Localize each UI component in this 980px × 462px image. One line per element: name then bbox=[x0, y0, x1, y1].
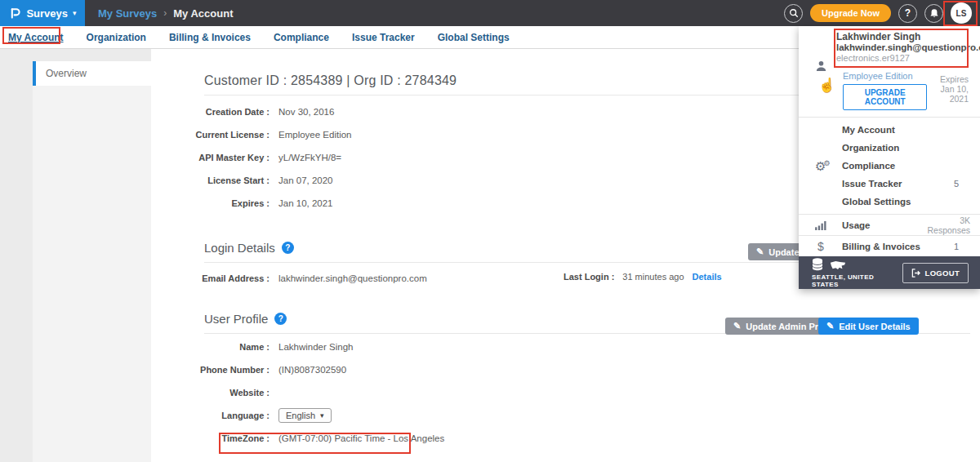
location-label: SEATTLE, UNITED STATES bbox=[812, 273, 902, 288]
avatar-initials: LS bbox=[956, 9, 967, 18]
upgrade-account-button[interactable]: UPGRADE ACCOUNT bbox=[843, 84, 927, 110]
field-value: Nov 30, 2016 bbox=[278, 107, 334, 117]
field-value: (GMT-07:00) Pacific Time - Los Angeles bbox=[278, 433, 444, 443]
notifications-button[interactable] bbox=[924, 4, 943, 23]
menu-item-organization[interactable]: Organization bbox=[799, 139, 980, 157]
us-map-icon bbox=[830, 260, 846, 271]
database-icon bbox=[812, 258, 823, 271]
edit-icon: ✎ bbox=[826, 321, 834, 331]
tab-organization[interactable]: Organization bbox=[75, 26, 158, 48]
field-label: Phone Number : bbox=[188, 365, 270, 375]
tab-issue-tracker[interactable]: Issue Tracker bbox=[341, 26, 426, 48]
field-label: Current License : bbox=[188, 130, 270, 140]
navbar-actions: Upgrade Now ? LS bbox=[784, 2, 972, 24]
bell-icon bbox=[929, 8, 939, 19]
profile-fields: Name : Lakhwinder Singh Phone Number : (… bbox=[204, 335, 980, 450]
dropdown-user-username: electronics.er9127 bbox=[836, 53, 969, 64]
tab-label: Organization bbox=[87, 32, 146, 43]
tab-my-account[interactable]: My Account bbox=[8, 26, 75, 48]
tab-label: Global Settings bbox=[438, 32, 510, 43]
dropdown-menu: ⚙⚙ My Account Organization Compliance Is… bbox=[799, 118, 980, 214]
chevron-down-icon: ▾ bbox=[73, 9, 77, 17]
logout-button[interactable]: LOGOUT bbox=[902, 263, 969, 283]
cursor-hand-icon: ☝ bbox=[818, 77, 835, 94]
help-button[interactable]: ? bbox=[898, 4, 917, 23]
last-login-value: 31 minutes ago bbox=[622, 272, 684, 282]
field-label: Creation Date : bbox=[188, 107, 270, 117]
details-link[interactable]: Details bbox=[693, 272, 722, 282]
upgrade-now-button[interactable]: Upgrade Now bbox=[810, 4, 891, 22]
menu-item-label: Organization bbox=[842, 143, 899, 153]
tab-billing-invoices[interactable]: Billing & Invoices bbox=[158, 26, 262, 48]
billing-badge: 1 bbox=[954, 242, 959, 251]
edit-icon: ✎ bbox=[756, 247, 764, 257]
field-value: (IN)8087302590 bbox=[278, 365, 346, 375]
sidebar-item-label: Overview bbox=[46, 68, 87, 79]
section-title: User Profile bbox=[204, 312, 268, 326]
last-login-label: Last Login : bbox=[564, 272, 614, 282]
menu-item-label: Global Settings bbox=[842, 197, 911, 207]
avatar[interactable]: LS bbox=[951, 2, 972, 24]
tab-global-settings[interactable]: Global Settings bbox=[426, 26, 521, 48]
breadcrumb-parent-link[interactable]: My Surveys bbox=[98, 7, 157, 20]
upgrade-row: UPGRADE ACCOUNT Expires Jan 10, 2021 bbox=[843, 84, 969, 110]
last-login-group: Last Login : 31 minutes ago Details bbox=[564, 272, 722, 282]
field-value: Jan 10, 2021 bbox=[278, 198, 333, 208]
dollar-icon: $ bbox=[817, 240, 824, 253]
email-value: lakhwinder.singh@questionpro.com bbox=[278, 273, 427, 283]
menu-item-label: Issue Tracker bbox=[842, 179, 902, 189]
language-select-wrap: English ▾ bbox=[278, 408, 332, 423]
search-button[interactable] bbox=[784, 4, 803, 23]
button-label: Edit User Details bbox=[839, 322, 910, 331]
language-selected-value: English bbox=[286, 411, 315, 420]
help-circle-icon[interactable]: ? bbox=[282, 242, 294, 254]
menu-item-issue-tracker[interactable]: Issue Tracker 5 bbox=[799, 175, 980, 193]
field-label: License Start : bbox=[188, 175, 270, 185]
tab-label: Issue Tracker bbox=[352, 32, 415, 43]
field-value: Jan 07, 2020 bbox=[278, 175, 333, 185]
search-icon bbox=[789, 8, 799, 18]
user-icon bbox=[815, 60, 827, 73]
field-label: Expires : bbox=[188, 198, 270, 208]
questionpro-logo bbox=[8, 7, 21, 20]
expires-info: Expires Jan 10, 2021 bbox=[927, 74, 969, 104]
cogs-icon: ⚙⚙ bbox=[815, 160, 831, 172]
expires-date: Jan 10, 2021 bbox=[927, 84, 969, 104]
tab-compliance[interactable]: Compliance bbox=[262, 26, 341, 48]
menu-item-badge: 5 bbox=[954, 179, 959, 189]
dropdown-footer: SEATTLE, UNITED STATES LOGOUT bbox=[799, 256, 980, 289]
field-row-name: Name : Lakhwinder Singh bbox=[204, 335, 980, 358]
breadcrumb: My Surveys › My Account bbox=[98, 7, 233, 20]
field-value: Lakhwinder Singh bbox=[278, 342, 353, 352]
logout-icon bbox=[911, 269, 920, 278]
logout-label: LOGOUT bbox=[925, 269, 960, 278]
tab-label: Compliance bbox=[274, 32, 329, 43]
account-dropdown-panel: ☝ Lakhwinder Singh lakhwinder.singh@ques… bbox=[799, 26, 980, 289]
field-row-timezone: TimeZone : (GMT-07:00) Pacific Time - Lo… bbox=[204, 427, 980, 450]
menu-item-label: Compliance bbox=[842, 161, 895, 171]
usage-value: 3K Responses bbox=[927, 215, 970, 235]
menu-item-billing-invoices[interactable]: $ Billing & Invoices 1 bbox=[799, 236, 980, 256]
tab-label: Billing & Invoices bbox=[169, 32, 251, 43]
edit-user-details-button[interactable]: ✎ Edit User Details bbox=[818, 318, 919, 335]
bar-chart-icon bbox=[815, 220, 827, 230]
field-row-phone: Phone Number : (IN)8087302590 bbox=[204, 358, 980, 381]
sidebar: Overview bbox=[33, 61, 151, 462]
product-switcher[interactable]: Surveys ▾ bbox=[0, 0, 85, 26]
menu-item-my-account[interactable]: My Account bbox=[799, 121, 980, 139]
field-label: Name : bbox=[188, 342, 270, 352]
top-navbar: Surveys ▾ My Surveys › My Account Upgrad… bbox=[0, 0, 980, 26]
field-label: Email Address : bbox=[188, 273, 270, 283]
menu-item-global-settings[interactable]: Global Settings bbox=[799, 193, 980, 211]
field-label: TimeZone : bbox=[188, 433, 270, 443]
menu-item-usage[interactable]: Usage 3K Responses bbox=[799, 215, 980, 235]
help-circle-icon[interactable]: ? bbox=[274, 313, 287, 325]
dropdown-user-section: ☝ Lakhwinder Singh lakhwinder.singh@ques… bbox=[799, 26, 980, 117]
language-select[interactable]: English ▾ bbox=[278, 408, 332, 423]
sidebar-item-overview[interactable]: Overview bbox=[33, 61, 151, 86]
chevron-down-icon: ▾ bbox=[320, 411, 324, 420]
dropdown-user-email: lakhwinder.singh@questionpro.com bbox=[836, 42, 969, 53]
expires-word: Expires bbox=[927, 74, 969, 84]
product-name: Surveys bbox=[26, 7, 68, 20]
edit-icon: ✎ bbox=[733, 321, 741, 331]
